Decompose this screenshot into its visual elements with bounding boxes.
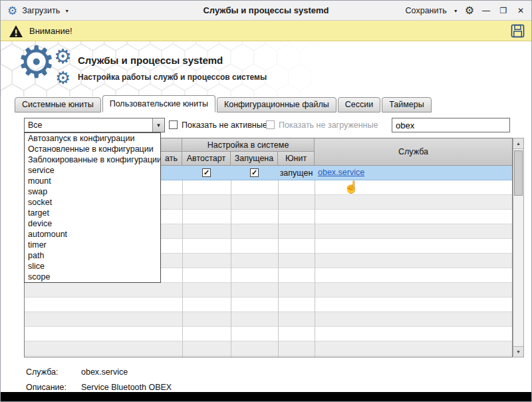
hand-cursor-icon xyxy=(344,180,358,194)
dropdown-option[interactable]: target xyxy=(25,208,160,218)
dropdown-option[interactable]: Автозапуск в конфигурации xyxy=(25,133,160,144)
dropdown-option[interactable]: Остановленные в конфигурации xyxy=(25,144,160,154)
combo-dropdown-button[interactable] xyxy=(152,118,164,132)
warning-label: Внимание! xyxy=(29,26,72,36)
column-header-running[interactable]: Запущена xyxy=(231,152,278,166)
detail-description-value: Service Bluetooth OBEX xyxy=(81,383,172,392)
tab-system-units[interactable]: Системные юниты xyxy=(15,97,101,112)
tab-timers[interactable]: Таймеры xyxy=(382,97,432,112)
column-divider xyxy=(278,166,279,357)
show-inactive-label: Показать не активные xyxy=(182,120,267,130)
detail-service-value: obex.service xyxy=(81,367,128,377)
dropdown-option[interactable]: path xyxy=(25,250,160,261)
detail-description-label: Описание: xyxy=(26,383,66,392)
autostart-checkbox[interactable] xyxy=(202,168,211,177)
dropdown-option[interactable]: socket xyxy=(25,197,160,208)
page-header: Службы и процессы systemd Настройка рабо… xyxy=(1,41,531,97)
tab-sessions[interactable]: Сессии xyxy=(338,97,380,112)
page-title: Службы и процессы systemd xyxy=(78,55,223,66)
page-subtitle: Настройка работы служб и процессов систе… xyxy=(78,73,267,82)
hexagon-fade xyxy=(1,41,531,97)
dropdown-option[interactable]: swap xyxy=(25,186,160,197)
column-header-service[interactable]: Служба xyxy=(315,138,512,166)
warning-triangle-icon xyxy=(9,25,23,38)
dropdown-option[interactable]: automount xyxy=(25,229,160,240)
show-inactive-checkbox[interactable] xyxy=(169,120,178,129)
scrollbar-thumb[interactable] xyxy=(514,150,523,196)
column-divider xyxy=(315,166,315,357)
column-header-autostart[interactable]: Автостарт xyxy=(182,152,231,166)
gear-large-icon xyxy=(17,41,56,84)
column-header-unit[interactable]: Юнит xyxy=(278,152,315,166)
minimize-icon[interactable] xyxy=(481,1,491,21)
floppy-save-icon xyxy=(511,24,525,38)
dropdown-option[interactable]: Заблокированные в конфигурации xyxy=(25,154,160,165)
column-divider xyxy=(231,166,231,357)
show-unloaded-label: Показать не загруженные xyxy=(279,120,378,130)
show-unloaded-checkbox[interactable] xyxy=(266,120,275,129)
dropdown-option[interactable]: service xyxy=(25,165,160,176)
dropdown-option[interactable]: mount xyxy=(25,176,160,186)
gear-medium-icon xyxy=(55,69,70,87)
unit-state-cell: запущен xyxy=(278,166,315,180)
unit-filter-dropdown: Автозапуск в конфигурации Остановленные … xyxy=(24,132,161,283)
app-logo-gears-icon xyxy=(17,44,80,95)
running-checkbox[interactable] xyxy=(250,168,259,177)
caret-down-icon[interactable] xyxy=(454,5,458,17)
column-divider xyxy=(182,166,183,357)
maximize-icon[interactable] xyxy=(498,1,509,21)
app-window: Загрузить Службы и процессы systemd Сохр… xyxy=(0,0,532,402)
column-group-system: Настройка в системе xyxy=(182,138,315,152)
warning-bar: Внимание! xyxy=(1,21,531,41)
service-link[interactable]: obex.service xyxy=(318,168,364,177)
unit-filter-select[interactable]: Все xyxy=(24,118,165,132)
dropdown-option[interactable]: timer xyxy=(25,240,160,250)
tab-user-units[interactable]: Пользовательские юниты xyxy=(102,95,215,112)
table-scrollbar[interactable] xyxy=(513,138,524,357)
bottom-strip xyxy=(1,392,531,402)
dropdown-option[interactable]: scope xyxy=(25,272,160,282)
unit-filter-value: Все xyxy=(25,120,152,130)
tab-config-files[interactable]: Конфигурационные файлы xyxy=(217,97,336,112)
titlebar: Загрузить Службы и процессы systemd Сохр… xyxy=(1,1,531,21)
search-input[interactable] xyxy=(392,118,510,132)
detail-service-label: Служба: xyxy=(26,367,59,377)
tab-bar: Системные юниты Пользовательские юниты К… xyxy=(15,97,433,112)
save-config-button[interactable] xyxy=(511,24,525,41)
scroll-up-icon[interactable] xyxy=(513,138,523,149)
save-button[interactable]: Сохранить xyxy=(406,6,447,15)
dropdown-option[interactable]: slice xyxy=(25,261,160,272)
titlebar-right: Сохранить xyxy=(406,1,526,21)
settings-gear-icon[interactable] xyxy=(465,5,474,16)
gear-small-icon xyxy=(54,47,72,67)
scroll-down-icon[interactable] xyxy=(513,346,523,357)
dropdown-option[interactable]: device xyxy=(25,218,160,229)
close-icon[interactable] xyxy=(515,1,526,21)
